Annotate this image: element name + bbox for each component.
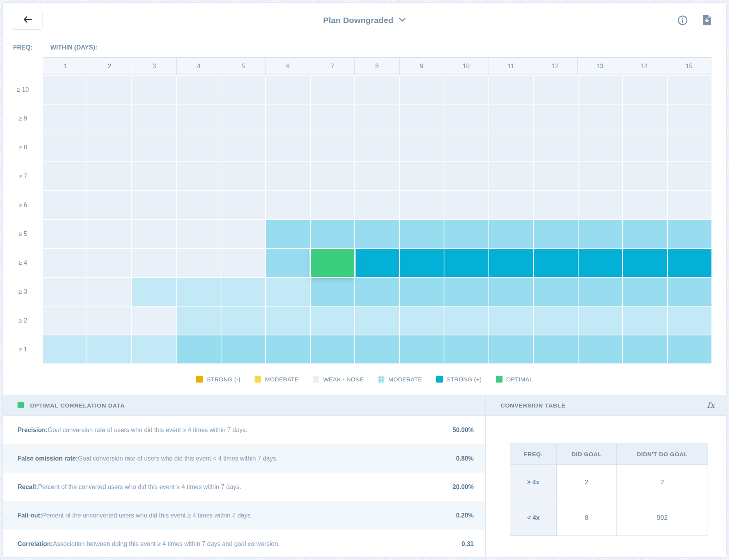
heatmap-cell-r9-d10[interactable] <box>444 307 488 335</box>
heatmap-cell-r5-d5[interactable] <box>221 191 265 219</box>
heatmap-cell-r1-d7[interactable] <box>311 76 354 104</box>
heatmap-cell-r8-d15[interactable] <box>668 278 711 306</box>
heatmap-cell-r8-d8[interactable] <box>355 278 399 306</box>
heatmap-cell-r8-d14[interactable] <box>623 278 667 306</box>
heatmap-cell-r5-d4[interactable] <box>177 191 220 219</box>
heatmap-cell-r2-d15[interactable] <box>668 105 711 133</box>
heatmap-cell-r3-d7[interactable] <box>311 133 354 161</box>
heatmap-cell-r3-d3[interactable] <box>132 133 176 161</box>
heatmap-cell-r3-d14[interactable] <box>623 133 667 161</box>
heatmap-cell-r4-d10[interactable] <box>444 162 488 190</box>
heatmap-cell-r4-d4[interactable] <box>177 162 220 190</box>
heatmap-cell-r10-d9[interactable] <box>400 335 444 363</box>
heatmap-cell-r7-d8[interactable] <box>355 249 399 277</box>
heatmap-cell-r5-d10[interactable] <box>444 191 488 219</box>
heatmap-cell-r7-d11[interactable] <box>489 249 533 277</box>
heatmap-cell-r9-d4[interactable] <box>177 307 220 335</box>
heatmap-cell-r6-d11[interactable] <box>489 220 533 248</box>
heatmap-cell-r10-d14[interactable] <box>623 335 667 363</box>
heatmap-cell-r8-d11[interactable] <box>489 278 533 306</box>
heatmap-cell-r8-d7[interactable] <box>311 278 354 306</box>
heatmap-cell-r4-d12[interactable] <box>534 162 577 190</box>
heatmap-cell-r3-d10[interactable] <box>444 133 488 161</box>
back-button[interactable] <box>13 11 42 30</box>
heatmap-cell-r3-d8[interactable] <box>355 133 399 161</box>
heatmap-cell-r7-d5[interactable] <box>221 249 265 277</box>
heatmap-cell-r5-d6[interactable] <box>266 191 310 219</box>
heatmap-cell-r8-d10[interactable] <box>444 278 488 306</box>
heatmap-cell-r2-d11[interactable] <box>489 105 533 133</box>
heatmap-cell-r6-d1[interactable] <box>43 220 87 248</box>
heatmap-cell-r2-d1[interactable] <box>43 105 87 133</box>
heatmap-cell-r1-d15[interactable] <box>668 76 711 104</box>
heatmap-cell-r5-d1[interactable] <box>43 191 87 219</box>
heatmap-cell-r10-d13[interactable] <box>579 335 622 363</box>
heatmap-cell-r2-d2[interactable] <box>87 105 131 133</box>
info-icon[interactable] <box>677 15 688 26</box>
heatmap-cell-r8-d12[interactable] <box>534 278 577 306</box>
heatmap-cell-r1-d2[interactable] <box>87 76 131 104</box>
heatmap-cell-r4-d3[interactable] <box>132 162 176 190</box>
heatmap-cell-r3-d9[interactable] <box>400 133 444 161</box>
heatmap-cell-r6-d5[interactable] <box>221 220 265 248</box>
heatmap-cell-r1-d13[interactable] <box>579 76 622 104</box>
heatmap-cell-r7-d3[interactable] <box>132 249 176 277</box>
heatmap-cell-r7-d2[interactable] <box>87 249 131 277</box>
heatmap-cell-r7-d4[interactable] <box>177 249 220 277</box>
heatmap-cell-r9-d3[interactable] <box>132 307 176 335</box>
heatmap-cell-r1-d3[interactable] <box>132 76 176 104</box>
heatmap-cell-r3-d11[interactable] <box>489 133 533 161</box>
heatmap-cell-r4-d2[interactable] <box>87 162 131 190</box>
heatmap-cell-r9-d12[interactable] <box>534 307 577 335</box>
heatmap-cell-r6-d14[interactable] <box>623 220 667 248</box>
heatmap-cell-optimal-r7-d7[interactable] <box>311 249 354 277</box>
heatmap-cell-r10-d1[interactable] <box>43 335 87 363</box>
heatmap-cell-r5-d9[interactable] <box>400 191 444 219</box>
heatmap-cell-r6-d3[interactable] <box>132 220 176 248</box>
heatmap-cell-r7-d14[interactable] <box>623 249 667 277</box>
heatmap-cell-r4-d6[interactable] <box>266 162 310 190</box>
heatmap-cell-r5-d3[interactable] <box>132 191 176 219</box>
heatmap-cell-r2-d9[interactable] <box>400 105 444 133</box>
heatmap-cell-r2-d7[interactable] <box>311 105 354 133</box>
heatmap-cell-r1-d14[interactable] <box>623 76 667 104</box>
heatmap-cell-r2-d6[interactable] <box>266 105 310 133</box>
heatmap-cell-r3-d12[interactable] <box>534 133 577 161</box>
heatmap-cell-r7-d9[interactable] <box>400 249 444 277</box>
heatmap-cell-r2-d14[interactable] <box>623 105 667 133</box>
heatmap-cell-r5-d12[interactable] <box>534 191 577 219</box>
heatmap-cell-r6-d8[interactable] <box>355 220 399 248</box>
heatmap-cell-r8-d6[interactable] <box>266 278 310 306</box>
heatmap-cell-r6-d6[interactable] <box>266 220 310 248</box>
heatmap-cell-r4-d14[interactable] <box>623 162 667 190</box>
heatmap-cell-r1-d1[interactable] <box>43 76 87 104</box>
heatmap-cell-r7-d12[interactable] <box>534 249 577 277</box>
heatmap-cell-r6-d4[interactable] <box>177 220 220 248</box>
heatmap-cell-r4-d8[interactable] <box>355 162 399 190</box>
heatmap-cell-r2-d4[interactable] <box>177 105 220 133</box>
heatmap-cell-r9-d15[interactable] <box>668 307 711 335</box>
heatmap-cell-r7-d10[interactable] <box>444 249 488 277</box>
heatmap-cell-r9-d9[interactable] <box>400 307 444 335</box>
download-report-icon[interactable] <box>701 15 712 26</box>
heatmap-cell-r9-d8[interactable] <box>355 307 399 335</box>
heatmap-cell-r10-d5[interactable] <box>221 335 265 363</box>
heatmap-cell-r9-d1[interactable] <box>43 307 87 335</box>
heatmap-cell-r9-d6[interactable] <box>266 307 310 335</box>
heatmap-cell-r5-d14[interactable] <box>623 191 667 219</box>
heatmap-cell-r10-d4[interactable] <box>177 335 220 363</box>
event-selector-dropdown[interactable]: Plan Downgraded <box>323 16 406 25</box>
heatmap-cell-r2-d3[interactable] <box>132 105 176 133</box>
heatmap-cell-r2-d13[interactable] <box>579 105 622 133</box>
heatmap-cell-r6-d10[interactable] <box>444 220 488 248</box>
heatmap-cell-r7-d1[interactable] <box>43 249 87 277</box>
heatmap-cell-r7-d6[interactable] <box>266 249 310 277</box>
heatmap-cell-r5-d2[interactable] <box>87 191 131 219</box>
heatmap-cell-r1-d5[interactable] <box>221 76 265 104</box>
heatmap-cell-r1-d6[interactable] <box>266 76 310 104</box>
heatmap-cell-r10-d11[interactable] <box>489 335 533 363</box>
heatmap-cell-r10-d7[interactable] <box>311 335 354 363</box>
formula-fx-icon[interactable]: fx <box>707 401 715 410</box>
heatmap-cell-r2-d5[interactable] <box>221 105 265 133</box>
heatmap-cell-r5-d15[interactable] <box>668 191 711 219</box>
